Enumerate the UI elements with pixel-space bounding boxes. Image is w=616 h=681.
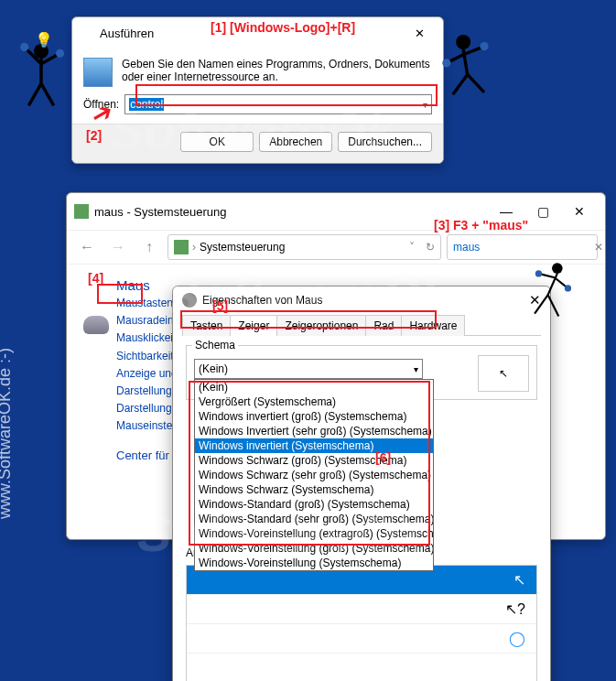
cp-icon <box>74 204 89 219</box>
schema-option[interactable]: Windows-Standard (groß) (Systemschema) <box>195 497 433 512</box>
svg-line-10 <box>447 55 463 63</box>
svg-line-9 <box>463 49 468 74</box>
svg-point-6 <box>20 43 28 51</box>
svg-line-2 <box>25 47 41 63</box>
svg-point-15 <box>480 42 488 50</box>
svg-line-13 <box>468 74 484 92</box>
cursor-preview-list[interactable]: ↖ ↖? ◯ <box>186 565 537 681</box>
run-app-icon <box>83 58 113 87</box>
back-button[interactable]: ← <box>74 234 100 260</box>
ok-button[interactable]: OK <box>180 132 254 152</box>
svg-line-5 <box>41 83 54 105</box>
cursor-help-icon: ↖? <box>505 600 525 618</box>
annotation-4: [4] <box>88 271 103 286</box>
stickman-figure <box>438 27 502 104</box>
stickman-figure: 💡 <box>9 37 73 114</box>
annotation-6: [6] <box>375 450 391 465</box>
preview-row[interactable]: ↖? <box>187 595 536 624</box>
schema-option[interactable]: Windows Invertiert (sehr groß) (Systemsc… <box>195 424 433 438</box>
run-instruction: Geben Sie den Namen eines Programms, Ord… <box>122 58 432 87</box>
svg-line-11 <box>463 47 484 55</box>
breadcrumb-text: Systemsteuerung <box>200 241 285 254</box>
schema-option[interactable]: Windows invertiert (groß) (Systemschema) <box>195 409 433 424</box>
run-body: Geben Sie den Namen eines Programms, Ord… <box>72 49 443 91</box>
clear-search-icon[interactable]: ✕ <box>594 241 603 254</box>
svg-line-12 <box>453 74 468 94</box>
mouse-properties-dialog: Eigenschaften von Maus ✕ Tasten Zeiger Z… <box>172 286 551 681</box>
cursor-preview-box: ↖ <box>478 355 529 392</box>
schema-option[interactable]: Windows-Standard (sehr groß) (Systemsche… <box>195 512 433 526</box>
schema-combo[interactable]: (Kein) ▾ <box>194 359 423 379</box>
cursor-arrow-icon: ↖ <box>513 571 525 589</box>
tab-zeiger[interactable]: Zeiger <box>230 315 277 336</box>
tab-tasten[interactable]: Tasten <box>182 315 231 336</box>
svg-point-7 <box>56 49 64 58</box>
svg-point-0 <box>34 44 49 59</box>
annotation-3: [3] F3 + "maus" <box>434 218 528 232</box>
tab-hardware[interactable]: Hardware <box>401 315 465 336</box>
mouse-icon <box>83 316 109 334</box>
watermark-side: www.SoftwareOK.de :-) <box>0 348 15 519</box>
schema-option[interactable]: Windows invertiert (Systemschema) <box>195 438 433 453</box>
mouse-dialog-icon <box>182 293 197 308</box>
chevron-down-icon[interactable]: ▾ <box>423 100 427 110</box>
breadcrumb[interactable]: › Systemsteuerung ˅ ↻ <box>168 234 441 260</box>
tabs: Tasten Zeiger Zeigeroptionen Rad Hardwar… <box>182 314 541 336</box>
chevron-down-icon[interactable]: ▾ <box>414 364 418 374</box>
cp-path-icon <box>174 240 189 254</box>
search-box[interactable]: ✕ <box>447 234 598 260</box>
open-input[interactable]: control ▾ <box>124 94 432 114</box>
up-button[interactable]: ↑ <box>136 234 162 260</box>
schema-option[interactable]: Windows-Voreinstellung (Systemschema) <box>195 556 433 570</box>
close-button[interactable]: ✕ <box>403 21 436 45</box>
schema-option[interactable]: Windows Schwarz (groß) (Systemschema) <box>195 453 433 468</box>
mouse-dialog-title: Eigenschaften von Maus <box>202 294 529 307</box>
schema-option[interactable]: Vergrößert (Systemschema) <box>195 395 433 409</box>
maximize-button[interactable]: ▢ <box>524 199 561 224</box>
svg-line-4 <box>28 83 41 105</box>
cp-title: maus - Systemsteuerung <box>94 205 488 219</box>
run-dialog: Ausführen ✕ Geben Sie den Namen eines Pr… <box>71 16 444 164</box>
schema-option[interactable]: Windows-Voreinstellung (extragroß) (Syst… <box>195 526 433 541</box>
schema-selected: (Kein) <box>199 362 228 375</box>
annotation-1: [1] [Windows-Logo]+[R] <box>211 20 355 35</box>
search-input[interactable] <box>453 241 590 254</box>
annotation-5: [5] <box>212 298 228 313</box>
cursor-busy-icon: ◯ <box>509 630 525 647</box>
schema-option[interactable]: Windows Schwarz (Systemschema) <box>195 482 433 497</box>
schema-option[interactable]: Windows Schwarz (sehr groß) (Systemschem… <box>195 468 433 482</box>
browse-button[interactable]: Durchsuchen... <box>338 132 432 152</box>
schema-option[interactable]: Windows-Voreinstellung (groß) (Systemsch… <box>195 541 433 556</box>
open-input-value: control <box>129 98 164 111</box>
refresh-icon[interactable]: ↻ <box>426 241 435 254</box>
tab-zeigeroptionen[interactable]: Zeigeroptionen <box>276 315 366 336</box>
preview-row[interactable]: ◯ <box>187 624 536 654</box>
forward-button[interactable]: → <box>105 234 131 260</box>
cursor-icon: ↖ <box>499 367 508 380</box>
svg-point-8 <box>456 35 470 49</box>
schema-label: Schema <box>192 339 238 351</box>
tab-rad[interactable]: Rad <box>365 315 402 336</box>
schema-dropdown[interactable]: (Kein) Vergrößert (Systemschema) Windows… <box>194 379 434 571</box>
close-button[interactable]: ✕ <box>529 292 541 308</box>
cancel-button[interactable]: Abbrechen <box>259 132 332 152</box>
svg-line-3 <box>41 53 60 63</box>
run-icon <box>80 26 94 40</box>
chevron-down-icon[interactable]: ˅ <box>409 241 415 254</box>
close-button[interactable]: ✕ <box>561 199 598 224</box>
schema-option[interactable]: (Kein) <box>195 380 433 395</box>
